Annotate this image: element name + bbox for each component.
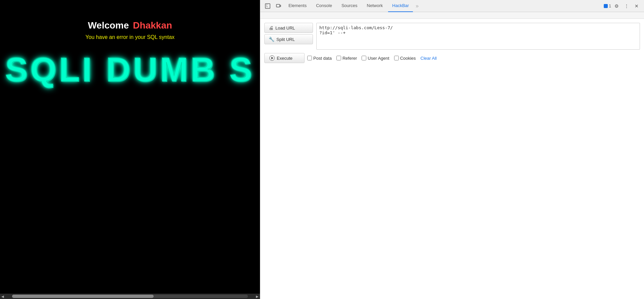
execute-label: Execute <box>277 56 292 61</box>
cookies-label[interactable]: Cookies <box>394 56 416 61</box>
device-toggle-button[interactable] <box>274 1 283 11</box>
load-url-label: Load URL <box>275 26 295 31</box>
scrollbar-thumb[interactable] <box>12 295 154 298</box>
devtools-panel: Elements Console Sources Network HackBar… <box>260 0 644 299</box>
url-textarea[interactable] <box>316 23 640 50</box>
counter-icon <box>603 4 608 8</box>
svg-rect-0 <box>265 4 270 8</box>
post-data-text: Post data <box>313 56 332 61</box>
svg-rect-3 <box>604 4 608 8</box>
scroll-right-icon[interactable]: ▶ <box>255 295 260 298</box>
cookies-text: Cookies <box>400 56 416 61</box>
post-data-label[interactable]: Post data <box>307 56 332 61</box>
welcome-section: Welcome Dhakkan <box>88 20 172 31</box>
play-triangle <box>271 57 273 59</box>
inspect-element-button[interactable] <box>263 1 272 11</box>
post-data-checkbox[interactable] <box>307 56 312 60</box>
referer-text: Referer <box>342 56 357 61</box>
devtools-topbar: Elements Console Sources Network HackBar… <box>260 0 644 12</box>
load-url-icon: 🖨 <box>269 25 273 31</box>
hackbar-buttons-group: 🖨 Load URL 🔧 Split URL <box>264 23 313 44</box>
execute-button[interactable]: Execute <box>264 53 305 63</box>
user-agent-label[interactable]: User Agent <box>362 56 389 61</box>
referer-label[interactable]: Referer <box>336 56 357 61</box>
webpage-scrollbar[interactable]: ◀ ▶ <box>0 294 260 299</box>
tab-elements[interactable]: Elements <box>284 0 311 12</box>
sqli-title: SQLI DUMB S <box>5 50 255 89</box>
tab-sources[interactable]: Sources <box>337 0 362 12</box>
scroll-left-icon[interactable]: ◀ <box>0 295 5 298</box>
welcome-label: Welcome <box>88 20 129 31</box>
user-agent-text: User Agent <box>368 56 389 61</box>
scrollbar-track[interactable] <box>12 295 248 298</box>
load-url-button[interactable]: 🖨 Load URL <box>264 23 313 33</box>
hackbar-execute-row: Execute Post data Referer User Agent <box>264 53 640 63</box>
webpage-panel: Welcome Dhakkan You have an error in you… <box>0 0 260 299</box>
dhakkan-label: Dhakkan <box>133 20 172 31</box>
execute-play-icon <box>269 55 275 61</box>
settings-button[interactable]: ⚙ <box>612 1 621 11</box>
referer-checkbox[interactable] <box>336 56 341 60</box>
hackbar-top-strip <box>260 12 644 19</box>
tab-hackbar[interactable]: HackBar <box>388 0 413 12</box>
sql-error-text: You have an error in your SQL syntax <box>86 34 175 40</box>
split-url-icon: 🔧 <box>269 37 274 42</box>
user-agent-checkbox[interactable] <box>362 56 366 60</box>
tab-network[interactable]: Network <box>363 0 387 12</box>
clear-all-button[interactable]: Clear All <box>421 56 437 61</box>
hackbar-options: Post data Referer User Agent Cookies C <box>307 56 437 61</box>
tab-console[interactable]: Console <box>312 0 336 12</box>
more-tabs-icon: » <box>414 3 420 9</box>
svg-rect-2 <box>280 5 281 7</box>
devtools-counter: 1 <box>603 4 611 8</box>
more-options-button[interactable]: ⋮ <box>622 1 631 11</box>
hackbar-area: 🖨 Load URL 🔧 Split URL Execute <box>260 19 644 299</box>
hackbar-main-row: 🖨 Load URL 🔧 Split URL <box>264 23 640 50</box>
svg-rect-1 <box>276 4 280 7</box>
split-url-label: Split URL <box>276 37 295 42</box>
split-url-button[interactable]: 🔧 Split URL <box>264 34 313 44</box>
devtools-right-controls: 1 ⚙ ⋮ ✕ <box>603 1 641 11</box>
cookies-checkbox[interactable] <box>394 56 399 60</box>
close-devtools-button[interactable]: ✕ <box>632 1 641 11</box>
